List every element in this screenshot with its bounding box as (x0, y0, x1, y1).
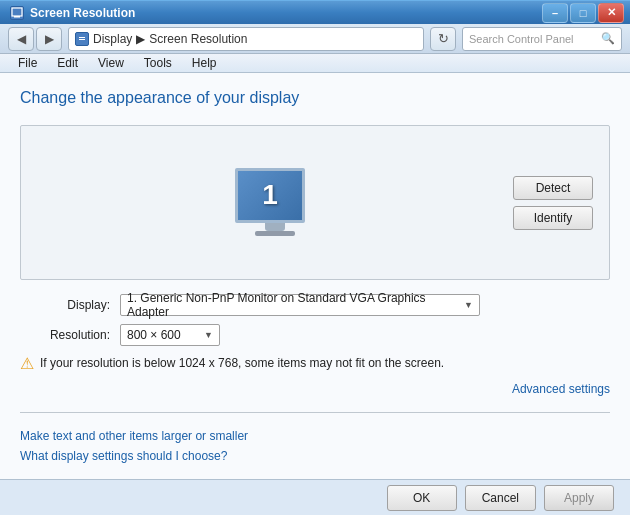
display-row: Display: 1. Generic Non-PnP Monitor on S… (20, 294, 610, 316)
search-icon: 🔍 (601, 32, 615, 45)
settings-section: Display: 1. Generic Non-PnP Monitor on S… (20, 294, 610, 396)
resolution-row: Resolution: 800 × 600 ▼ (20, 324, 610, 346)
svg-rect-4 (79, 39, 85, 40)
menu-edit[interactable]: Edit (49, 54, 86, 72)
cancel-button[interactable]: Cancel (465, 485, 536, 511)
display-label: Display: (20, 298, 110, 312)
breadcrumb-root: Display (93, 32, 132, 46)
breadcrumb-separator: ▶ (136, 32, 145, 46)
maximize-button[interactable]: □ (570, 3, 596, 23)
forward-button[interactable]: ▶ (36, 27, 62, 51)
search-bar[interactable]: Search Control Panel 🔍 (462, 27, 622, 51)
svg-rect-0 (12, 8, 22, 16)
menu-help[interactable]: Help (184, 54, 225, 72)
display-dropdown-icon: ▼ (464, 300, 473, 310)
resolution-dropdown-icon: ▼ (204, 330, 213, 340)
advanced-settings-link[interactable]: Advanced settings (512, 382, 610, 396)
title-bar-text: Screen Resolution (30, 6, 135, 20)
display-settings-link[interactable]: What display settings should I choose? (20, 449, 610, 463)
warning-row: ⚠ If your resolution is below 1024 x 768… (20, 354, 610, 374)
monitor-stand (265, 223, 285, 231)
app-icon (10, 6, 24, 20)
refresh-button[interactable]: ↻ (430, 27, 456, 51)
title-bar-left: Screen Resolution (10, 6, 135, 20)
menu-view[interactable]: View (90, 54, 132, 72)
page-title: Change the appearance of your display (20, 89, 610, 107)
warning-icon: ⚠ (20, 356, 34, 372)
ok-button[interactable]: OK (387, 485, 457, 511)
identify-button[interactable]: Identify (513, 206, 593, 230)
links-section: Make text and other items larger or smal… (20, 429, 610, 463)
menu-file[interactable]: File (10, 54, 45, 72)
main-content: Change the appearance of your display 1 … (0, 73, 630, 479)
monitor-number: 1 (262, 179, 278, 211)
back-button[interactable]: ◀ (8, 27, 34, 51)
apply-button[interactable]: Apply (544, 485, 614, 511)
display-value: 1. Generic Non-PnP Monitor on Standard V… (127, 291, 460, 319)
nav-buttons: ◀ ▶ (8, 27, 62, 51)
monitor-container: 1 (37, 168, 513, 238)
menu-bar: File Edit View Tools Help (0, 54, 630, 74)
svg-rect-1 (14, 16, 20, 18)
monitor-screen: 1 (235, 168, 305, 223)
monitor-image: 1 (235, 168, 315, 238)
detect-button[interactable]: Detect (513, 176, 593, 200)
divider (20, 412, 610, 413)
breadcrumb-icon (75, 32, 89, 46)
resolution-value: 800 × 600 (127, 328, 181, 342)
monitor-base (255, 231, 295, 236)
search-placeholder: Search Control Panel (469, 33, 574, 45)
advanced-link-container: Advanced settings (20, 382, 610, 396)
menu-tools[interactable]: Tools (136, 54, 180, 72)
resolution-label: Resolution: (20, 328, 110, 342)
close-button[interactable]: ✕ (598, 3, 624, 23)
text-size-link[interactable]: Make text and other items larger or smal… (20, 429, 610, 443)
svg-rect-3 (79, 37, 85, 38)
address-bar: ◀ ▶ Display ▶ Screen Resolution ↻ Search… (0, 24, 630, 53)
display-select[interactable]: 1. Generic Non-PnP Monitor on Standard V… (120, 294, 480, 316)
warning-text: If your resolution is below 1024 x 768, … (40, 356, 444, 370)
title-bar-controls: – □ ✕ (542, 3, 624, 23)
resolution-select[interactable]: 800 × 600 ▼ (120, 324, 220, 346)
monitor-area: 1 Detect Identify (20, 125, 610, 280)
breadcrumb-current: Screen Resolution (149, 32, 247, 46)
title-bar: Screen Resolution – □ ✕ (0, 0, 630, 24)
minimize-button[interactable]: – (542, 3, 568, 23)
monitor-actions: Detect Identify (513, 176, 593, 230)
breadcrumb-bar[interactable]: Display ▶ Screen Resolution (68, 27, 424, 51)
footer: OK Cancel Apply (0, 479, 630, 515)
